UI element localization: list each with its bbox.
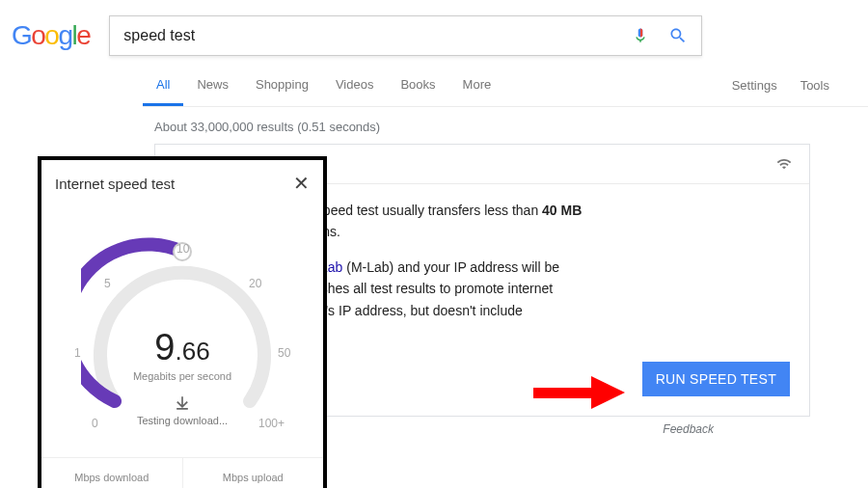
red-arrow-icon: [533, 376, 625, 409]
svg-marker-1: [591, 376, 625, 409]
tab-videos[interactable]: Videos: [322, 64, 388, 106]
mic-icon[interactable]: [632, 25, 649, 46]
tab-all[interactable]: All: [143, 64, 183, 106]
tab-news[interactable]: News: [183, 64, 242, 106]
speed-unit: Megabits per second: [124, 370, 240, 382]
search-input[interactable]: [123, 27, 632, 44]
download-icon: [173, 393, 192, 413]
upload-col: Mbps upload: [183, 458, 324, 488]
svg-rect-0: [533, 388, 596, 398]
wifi-icon: [774, 156, 794, 172]
speed-value: 9.66: [124, 327, 240, 368]
tab-books[interactable]: Books: [387, 64, 448, 106]
tab-shopping[interactable]: Shopping: [242, 64, 322, 106]
tabs-row: All News Shopping Videos Books More Sett…: [143, 64, 868, 107]
search-icon[interactable]: [668, 26, 688, 45]
run-speed-test-button[interactable]: RUN SPEED TEST: [642, 362, 790, 396]
popup-title: Internet speed test: [55, 176, 175, 192]
settings-link[interactable]: Settings: [732, 78, 777, 93]
results-stats: About 33,000,000 results (0.51 seconds): [154, 107, 868, 144]
google-logo[interactable]: Google: [12, 20, 90, 51]
speed-test-popup: Internet speed test ✕ 0 1 5 10 20 50 100…: [38, 156, 327, 488]
close-icon[interactable]: ✕: [293, 172, 310, 195]
tools-link[interactable]: Tools: [800, 78, 829, 93]
testing-status: Testing download...: [124, 393, 240, 426]
tab-more[interactable]: More: [449, 64, 505, 106]
search-box[interactable]: [109, 15, 702, 56]
download-col: Mbps download: [41, 458, 183, 488]
